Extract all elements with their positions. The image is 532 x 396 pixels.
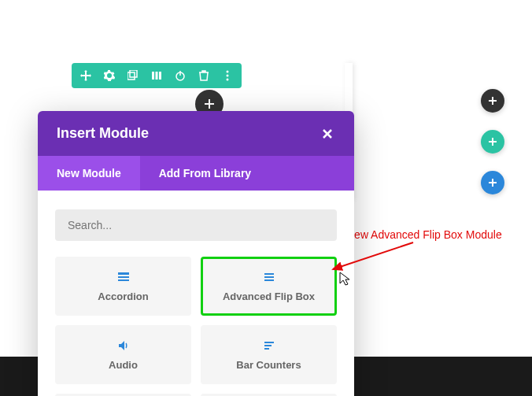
modal-header: Insert Module: [38, 111, 354, 156]
svg-rect-3: [156, 72, 158, 80]
tab-new-module[interactable]: New Module: [38, 156, 140, 191]
section-toolbar: [72, 63, 242, 88]
svg-rect-12: [118, 279, 129, 281]
module-label: Advanced Flip Box: [223, 291, 315, 302]
menu-icon: [262, 270, 276, 284]
module-label: Accordion: [98, 291, 148, 302]
trash-icon[interactable]: [198, 69, 210, 82]
add-module-fab[interactable]: [481, 89, 504, 113]
svg-point-9: [227, 79, 229, 81]
floating-action-buttons: [481, 89, 504, 194]
power-icon[interactable]: [174, 69, 187, 82]
module-grid: Accordion Advanced Flip Box Audio Bar Co…: [55, 257, 337, 396]
module-label: Audio: [109, 359, 138, 371]
modal-title: Insert Module: [57, 125, 149, 142]
svg-rect-0: [127, 72, 135, 80]
gear-icon[interactable]: [103, 69, 116, 82]
insert-module-modal: Insert Module New Module Add From Librar…: [38, 111, 354, 396]
add-section-fab[interactable]: [481, 171, 504, 194]
module-accordion[interactable]: Accordion: [55, 257, 191, 316]
module-label: Bar Counters: [236, 359, 301, 371]
accordion-icon: [116, 270, 131, 284]
audio-icon: [116, 339, 131, 353]
module-bar-counters[interactable]: Bar Counters: [201, 325, 337, 384]
svg-point-8: [227, 75, 229, 77]
more-icon[interactable]: [221, 69, 234, 82]
duplicate-icon[interactable]: [127, 69, 139, 82]
add-row-fab[interactable]: [481, 130, 504, 154]
svg-rect-10: [118, 272, 129, 275]
svg-point-7: [227, 71, 229, 73]
modal-tabs: New Module Add From Library: [38, 156, 354, 191]
move-icon[interactable]: [79, 69, 92, 82]
search-input[interactable]: [55, 209, 337, 241]
columns-icon[interactable]: [150, 69, 163, 82]
modal-body: Accordion Advanced Flip Box Audio Bar Co…: [38, 191, 354, 396]
svg-rect-1: [130, 70, 137, 77]
tab-add-from-library[interactable]: Add From Library: [140, 156, 270, 191]
svg-rect-2: [152, 72, 154, 80]
module-advanced-flip-box[interactable]: Advanced Flip Box: [201, 257, 337, 316]
svg-rect-4: [159, 72, 161, 80]
module-audio[interactable]: Audio: [55, 325, 191, 384]
svg-rect-11: [118, 276, 129, 278]
annotation-label: New Advanced Flip Box Module: [346, 228, 502, 241]
close-icon[interactable]: [320, 126, 335, 142]
bars-icon: [262, 339, 276, 353]
